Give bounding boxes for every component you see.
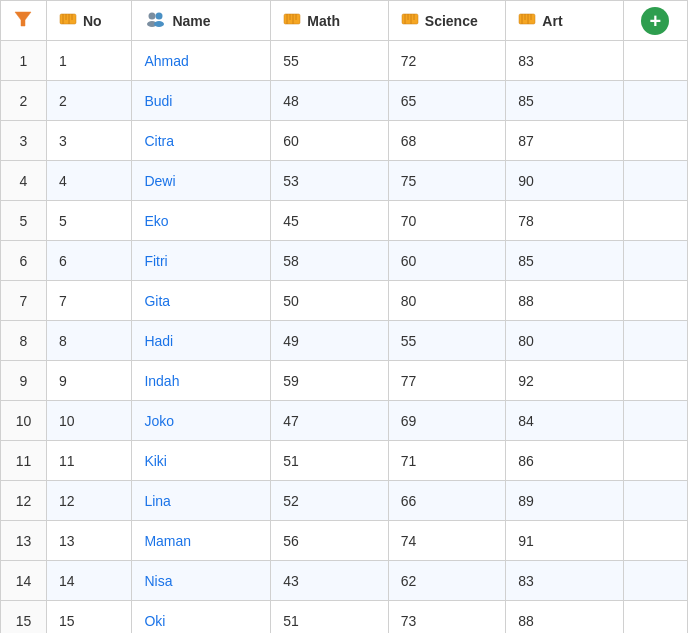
table-body: 11Ahmad55728322Budi48658533Citra60688744… xyxy=(1,41,688,634)
grades-table: No Name xyxy=(0,0,688,633)
art-cell: 90 xyxy=(506,161,624,201)
math-column-label: Math xyxy=(307,13,340,29)
svg-rect-15 xyxy=(402,14,418,24)
math-cell: 60 xyxy=(271,121,389,161)
math-cell: 49 xyxy=(271,321,389,361)
no-cell: 5 xyxy=(46,201,131,241)
row-number-cell: 8 xyxy=(1,321,47,361)
row-number-cell: 9 xyxy=(1,361,47,401)
science-cell: 69 xyxy=(388,401,506,441)
empty-cell xyxy=(623,561,687,601)
ruler-art-icon xyxy=(518,10,536,31)
no-cell: 14 xyxy=(46,561,131,601)
empty-cell xyxy=(623,81,687,121)
name-cell: Eko xyxy=(132,201,271,241)
math-cell: 52 xyxy=(271,481,389,521)
science-cell: 55 xyxy=(388,321,506,361)
science-cell: 74 xyxy=(388,521,506,561)
name-cell: Dewi xyxy=(132,161,271,201)
row-number-cell: 1 xyxy=(1,41,47,81)
no-cell: 8 xyxy=(46,321,131,361)
row-number-cell: 15 xyxy=(1,601,47,634)
ruler-math-icon xyxy=(283,10,301,31)
art-column-header[interactable]: Art xyxy=(506,1,624,41)
empty-cell xyxy=(623,401,687,441)
svg-rect-20 xyxy=(519,14,535,24)
math-column-header[interactable]: Math xyxy=(271,1,389,41)
svg-point-9 xyxy=(154,21,164,27)
row-number-cell: 4 xyxy=(1,161,47,201)
table-row: 1111Kiki517186 xyxy=(1,441,688,481)
name-cell: Budi xyxy=(132,81,271,121)
science-cell: 75 xyxy=(388,161,506,201)
no-cell: 3 xyxy=(46,121,131,161)
science-cell: 70 xyxy=(388,201,506,241)
no-cell: 2 xyxy=(46,81,131,121)
science-column-label: Science xyxy=(425,13,478,29)
no-cell: 4 xyxy=(46,161,131,201)
math-cell: 43 xyxy=(271,561,389,601)
add-column-header[interactable]: + xyxy=(623,1,687,41)
table-row: 1515Oki517388 xyxy=(1,601,688,634)
name-cell: Oki xyxy=(132,601,271,634)
no-cell: 15 xyxy=(46,601,131,634)
name-cell: Fitri xyxy=(132,241,271,281)
row-number-cell: 10 xyxy=(1,401,47,441)
table-row: 1010Joko476984 xyxy=(1,401,688,441)
table-row: 22Budi486585 xyxy=(1,81,688,121)
row-number-cell: 7 xyxy=(1,281,47,321)
table-row: 66Fitri586085 xyxy=(1,241,688,281)
math-cell: 50 xyxy=(271,281,389,321)
art-cell: 83 xyxy=(506,41,624,81)
name-icon xyxy=(144,10,166,31)
empty-cell xyxy=(623,601,687,634)
science-cell: 77 xyxy=(388,361,506,401)
table-row: 1313Maman567491 xyxy=(1,521,688,561)
no-column-header[interactable]: No xyxy=(46,1,131,41)
empty-cell xyxy=(623,121,687,161)
art-cell: 84 xyxy=(506,401,624,441)
art-cell: 88 xyxy=(506,281,624,321)
name-column-header[interactable]: Name xyxy=(132,1,271,41)
table-row: 99Indah597792 xyxy=(1,361,688,401)
table-row: 55Eko457078 xyxy=(1,201,688,241)
science-column-header[interactable]: Science xyxy=(388,1,506,41)
science-cell: 62 xyxy=(388,561,506,601)
art-cell: 83 xyxy=(506,561,624,601)
name-cell: Gita xyxy=(132,281,271,321)
svg-marker-0 xyxy=(15,12,31,26)
math-cell: 59 xyxy=(271,361,389,401)
name-column-label: Name xyxy=(172,13,210,29)
art-column-label: Art xyxy=(542,13,562,29)
no-cell: 10 xyxy=(46,401,131,441)
empty-cell xyxy=(623,521,687,561)
science-cell: 66 xyxy=(388,481,506,521)
row-number-cell: 12 xyxy=(1,481,47,521)
svg-rect-1 xyxy=(60,14,76,24)
science-cell: 72 xyxy=(388,41,506,81)
name-cell: Ahmad xyxy=(132,41,271,81)
add-button[interactable]: + xyxy=(641,7,669,35)
art-cell: 78 xyxy=(506,201,624,241)
math-cell: 56 xyxy=(271,521,389,561)
no-cell: 13 xyxy=(46,521,131,561)
table-row: 1414Nisa436283 xyxy=(1,561,688,601)
no-column-label: No xyxy=(83,13,102,29)
row-number-cell: 5 xyxy=(1,201,47,241)
name-cell: Joko xyxy=(132,401,271,441)
row-number-cell: 2 xyxy=(1,81,47,121)
row-number-cell: 14 xyxy=(1,561,47,601)
no-cell: 7 xyxy=(46,281,131,321)
table-row: 44Dewi537590 xyxy=(1,161,688,201)
name-cell: Hadi xyxy=(132,321,271,361)
table-row: 33Citra606887 xyxy=(1,121,688,161)
name-cell: Nisa xyxy=(132,561,271,601)
no-cell: 1 xyxy=(46,41,131,81)
filter-column-header[interactable] xyxy=(1,1,47,41)
empty-cell xyxy=(623,281,687,321)
empty-cell xyxy=(623,321,687,361)
svg-point-6 xyxy=(149,13,156,20)
empty-cell xyxy=(623,481,687,521)
table-row: 11Ahmad557283 xyxy=(1,41,688,81)
art-cell: 89 xyxy=(506,481,624,521)
